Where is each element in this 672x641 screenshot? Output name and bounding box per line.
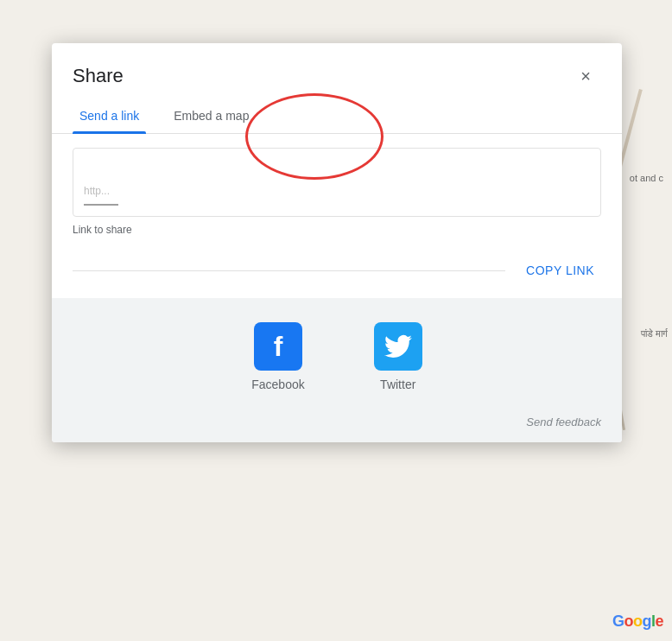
- tabs-container: Send a link Embed a map: [52, 98, 622, 134]
- facebook-share-button[interactable]: f Facebook: [251, 322, 304, 391]
- twitter-bird-icon: [384, 333, 412, 360]
- map-text-1: ot and c: [630, 173, 663, 183]
- send-feedback-link[interactable]: Send feedback: [526, 416, 601, 428]
- facebook-icon: f: [254, 322, 302, 371]
- tab-embed-map[interactable]: Embed a map: [167, 98, 256, 133]
- twitter-share-button[interactable]: Twitter: [374, 322, 422, 391]
- google-logo: Google: [612, 612, 663, 631]
- link-preview-box: http...: [73, 148, 601, 217]
- tab-send-link[interactable]: Send a link: [73, 98, 146, 133]
- link-preview-line: [84, 204, 118, 206]
- link-preview-text: http...: [84, 185, 590, 197]
- facebook-label: Facebook: [251, 378, 304, 391]
- copy-line-divider: [73, 270, 505, 271]
- dialog-header: Share ×: [52, 43, 622, 92]
- twitter-icon: [374, 322, 422, 371]
- link-area: http... Link to share: [52, 134, 622, 250]
- dialog-title: Share: [73, 65, 124, 87]
- copy-row: COPY LINK: [52, 250, 622, 298]
- link-label: Link to share: [73, 224, 601, 236]
- twitter-label: Twitter: [380, 378, 415, 391]
- copy-link-button[interactable]: COPY LINK: [519, 257, 601, 284]
- share-dialog: Share × Send a link Embed a map http... …: [52, 43, 622, 442]
- feedback-row: Send feedback: [52, 409, 622, 442]
- social-section: f Facebook Twitter: [52, 298, 622, 409]
- map-text-2: पांडे मार्ग: [641, 328, 668, 340]
- close-button[interactable]: ×: [570, 60, 601, 92]
